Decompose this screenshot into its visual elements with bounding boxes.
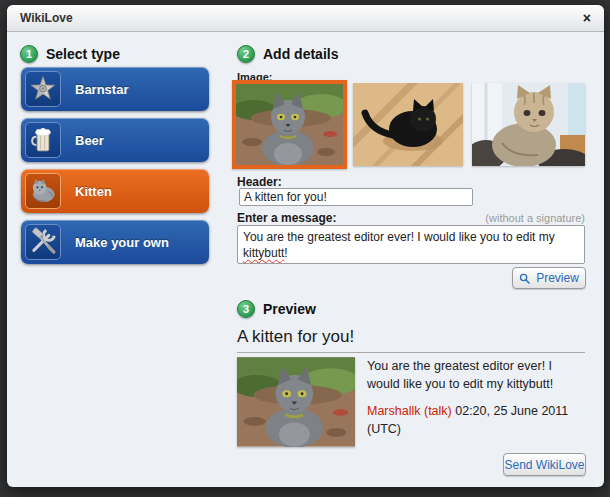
preview-gray-kitten-photo xyxy=(237,357,355,447)
window-title: WikiLove xyxy=(20,11,73,25)
preview-message-block: You are the greatest editor ever! I woul… xyxy=(367,357,587,439)
message-text-after: ! xyxy=(284,246,287,260)
page-backdrop: WikiLove × 1 Select type Barnstar xyxy=(0,0,610,497)
header-label: Header: xyxy=(237,175,282,189)
message-textarea[interactable]: You are the greatest editor ever! I woul… xyxy=(237,225,585,264)
magnifier-icon xyxy=(519,273,530,284)
preview-button-label: Preview xyxy=(536,271,579,285)
message-text-before: You are the greatest editor ever! I woul… xyxy=(243,230,555,244)
type-button-beer[interactable]: Beer xyxy=(21,118,209,162)
wikilove-dialog: WikiLove × 1 Select type Barnstar xyxy=(7,5,604,487)
message-label: Enter a message: xyxy=(237,211,336,225)
black-kitten-photo xyxy=(353,83,463,166)
type-button-barnstar-label: Barnstar xyxy=(75,82,128,97)
step-1-label: Select type xyxy=(46,46,120,62)
preview-message: You are the greatest editor ever! I woul… xyxy=(367,357,587,393)
step-3-header: 3 Preview xyxy=(237,300,316,318)
step-2-label: Add details xyxy=(263,46,338,62)
kitten-icon xyxy=(25,173,61,209)
signature-user-link[interactable]: Marshallk xyxy=(367,404,421,418)
type-button-kitten-label: Kitten xyxy=(75,184,112,199)
preview-kitten-image xyxy=(237,357,355,447)
step-3-label: Preview xyxy=(263,301,316,317)
barnstar-icon xyxy=(25,71,61,107)
window-titlebar: WikiLove × xyxy=(7,5,604,32)
close-icon[interactable]: × xyxy=(583,11,591,25)
step-3-badge: 3 xyxy=(237,300,255,318)
kitten-image-option-1[interactable] xyxy=(232,80,347,169)
kitten-image-option-3[interactable] xyxy=(472,83,585,166)
type-button-make-your-own-label: Make your own xyxy=(75,235,169,250)
preview-button[interactable]: Preview xyxy=(512,267,586,289)
signature-talk-link[interactable]: (talk) xyxy=(421,404,452,418)
signature-hint: (without a signature) xyxy=(437,212,585,224)
gray-kitten-photo xyxy=(236,84,343,165)
beer-icon xyxy=(25,122,61,158)
type-button-kitten[interactable]: Kitten xyxy=(21,169,209,213)
preview-signature: Marshallk (talk) 02:20, 25 June 2011 (UT… xyxy=(367,402,587,438)
step-2-header: 2 Add details xyxy=(237,45,338,63)
send-wikilove-label: Send WikiLove xyxy=(504,458,584,472)
step-2-badge: 2 xyxy=(237,45,255,63)
type-button-beer-label: Beer xyxy=(75,133,104,148)
header-input[interactable] xyxy=(239,188,473,206)
tabby-kitten-photo xyxy=(472,83,585,166)
message-text-misspelled: kittybutt xyxy=(243,246,284,260)
tools-icon xyxy=(25,224,61,260)
send-wikilove-button[interactable]: Send WikiLove xyxy=(503,453,586,476)
kitten-image-option-2[interactable] xyxy=(353,83,463,166)
step-1-badge: 1 xyxy=(20,45,38,63)
step-1-header: 1 Select type xyxy=(20,45,120,63)
type-button-make-your-own[interactable]: Make your own xyxy=(21,220,209,264)
preview-heading: A kitten for you! xyxy=(237,327,585,353)
type-button-barnstar[interactable]: Barnstar xyxy=(21,67,209,111)
